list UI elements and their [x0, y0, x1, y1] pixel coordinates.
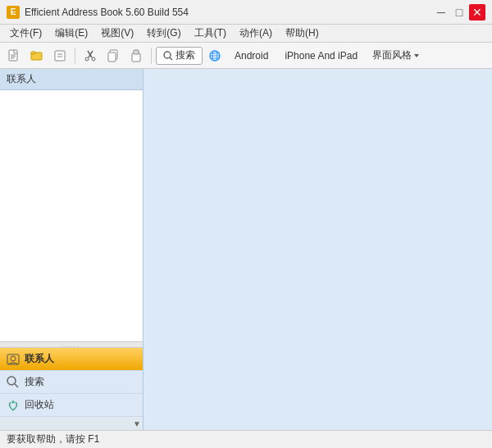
titlebar-controls: ─ □ ✕ [433, 4, 485, 21]
nav-item-recycle[interactable]: 回收站 [0, 394, 143, 417]
svg-point-12 [92, 57, 95, 61]
iphone-ipad-button[interactable]: iPhone And iPad [277, 46, 365, 66]
menu-goto[interactable]: 转到(G) [140, 25, 187, 42]
svg-point-11 [85, 57, 89, 61]
main-area: 联系人 ..... 联系人 搜索 回收站 [0, 69, 492, 430]
search-nav-icon [7, 376, 20, 389]
menu-view[interactable]: 视图(V) [94, 25, 140, 42]
close-button[interactable]: ✕ [469, 4, 485, 21]
sidebar-header: 联系人 [0, 69, 143, 90]
small-icon-1[interactable] [49, 46, 71, 66]
svg-marker-24 [414, 54, 419, 57]
contacts-nav-icon [7, 353, 20, 366]
menu-file[interactable]: 文件(F) [3, 25, 48, 42]
svg-line-28 [15, 384, 18, 387]
svg-point-17 [164, 52, 171, 58]
sidebar: 联系人 ..... 联系人 搜索 回收站 [0, 69, 144, 430]
menu-actions[interactable]: 动作(A) [233, 25, 279, 42]
contact-list[interactable] [0, 90, 143, 341]
separator-1 [75, 48, 75, 64]
search-toolbar-button[interactable]: 搜索 [156, 47, 203, 65]
menu-tools[interactable]: 工具(T) [188, 25, 233, 42]
nav-item-search[interactable]: 搜索 [0, 371, 143, 394]
menu-help[interactable]: 帮助(H) [279, 25, 326, 42]
app-icon: E [7, 6, 20, 19]
content-area [144, 69, 492, 430]
statusbar: 要获取帮助，请按 F1 [0, 430, 492, 448]
svg-point-26 [11, 356, 16, 361]
cut-button[interactable] [80, 46, 101, 66]
minimize-button[interactable]: ─ [433, 4, 449, 21]
recycle-nav-icon [7, 399, 20, 412]
nav-items: 联系人 搜索 回收站 [0, 348, 143, 417]
window-title: Efficient Address Book 5.60 Build 554 [25, 7, 189, 18]
separator-2 [151, 48, 152, 64]
globe-icon[interactable] [204, 46, 226, 66]
menu-edit[interactable]: 编辑(E) [48, 25, 94, 42]
new-button[interactable] [3, 46, 25, 66]
titlebar: E Efficient Address Book 5.60 Build 554 … [0, 0, 492, 25]
toolbar: 搜索 Android iPhone And iPad 界面风格 [0, 43, 492, 69]
maximize-button[interactable]: □ [451, 4, 467, 21]
sidebar-divider: ..... [0, 341, 143, 348]
svg-rect-16 [134, 50, 139, 54]
nav-scrollbar[interactable]: ▼ [0, 417, 143, 430]
svg-point-27 [7, 377, 16, 385]
style-dropdown-button[interactable]: 界面风格 [367, 46, 426, 66]
svg-line-18 [170, 57, 172, 60]
status-text: 要获取帮助，请按 F1 [7, 432, 99, 446]
dropdown-arrow-icon [413, 53, 420, 59]
android-button[interactable]: Android [227, 46, 276, 66]
svg-rect-5 [31, 52, 35, 54]
titlebar-left: E Efficient Address Book 5.60 Build 554 [7, 6, 189, 19]
nav-item-contacts[interactable]: 联系人 [0, 348, 143, 371]
paste-button[interactable] [125, 46, 147, 66]
copy-button[interactable] [102, 46, 124, 66]
menubar: 文件(F) 编辑(E) 视图(V) 转到(G) 工具(T) 动作(A) 帮助(H… [0, 25, 492, 43]
scroll-down-icon[interactable]: ▼ [133, 419, 141, 428]
svg-rect-14 [108, 53, 116, 62]
open-button[interactable] [26, 46, 48, 66]
svg-rect-6 [55, 51, 65, 61]
